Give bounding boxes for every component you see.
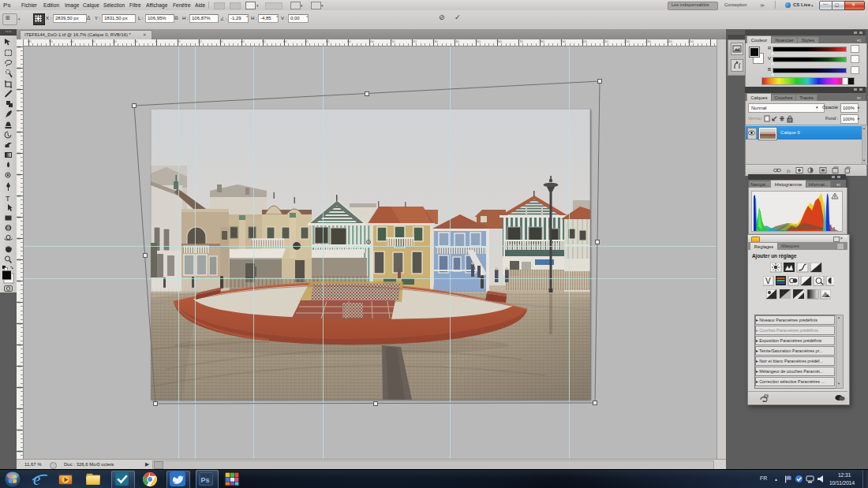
- svg-text:T: T: [6, 195, 10, 203]
- svg-text:fx: fx: [787, 168, 791, 173]
- svg-text:Ps: Ps: [201, 476, 210, 484]
- svg-text:V: V: [765, 277, 771, 285]
